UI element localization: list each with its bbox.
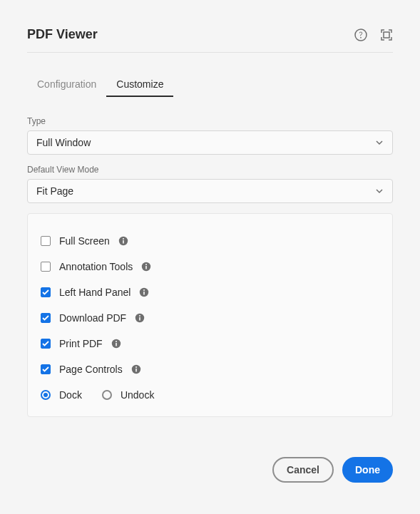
options-panel: Full Screen Annotation Tools Left Hand P… xyxy=(27,213,393,417)
svg-rect-12 xyxy=(139,317,140,321)
dialog-header: PDF Viewer xyxy=(27,27,393,53)
svg-rect-3 xyxy=(123,240,124,244)
label-full-screen: Full Screen xyxy=(59,235,110,247)
option-download-pdf: Download PDF xyxy=(41,305,379,331)
checkbox-print-pdf[interactable] xyxy=(41,339,51,349)
svg-point-13 xyxy=(139,315,140,317)
info-icon[interactable] xyxy=(135,313,145,323)
info-icon[interactable] xyxy=(131,364,141,374)
label-left-hand-panel: Left Hand Panel xyxy=(59,287,130,298)
chevron-down-icon xyxy=(375,138,384,147)
info-icon[interactable] xyxy=(118,236,128,246)
label-annotation-tools: Annotation Tools xyxy=(59,261,133,272)
checkbox-annotation-tools[interactable] xyxy=(41,262,51,272)
info-icon[interactable] xyxy=(111,339,121,349)
chevron-down-icon xyxy=(375,187,384,195)
cancel-button[interactable]: Cancel xyxy=(272,457,334,483)
checkbox-full-screen[interactable] xyxy=(41,236,51,246)
option-left-hand-panel: Left Hand Panel xyxy=(41,279,379,305)
svg-rect-9 xyxy=(144,292,145,295)
type-label: Type xyxy=(27,116,393,126)
info-icon[interactable] xyxy=(139,287,149,297)
label-dock: Dock xyxy=(59,389,82,401)
svg-point-7 xyxy=(145,264,147,265)
viewmode-value: Fit Page xyxy=(36,185,73,197)
viewmode-label: Default View Mode xyxy=(27,165,393,175)
dialog-title: PDF Viewer xyxy=(27,27,98,42)
svg-point-10 xyxy=(143,289,145,291)
radio-undock[interactable] xyxy=(102,390,112,400)
checkbox-download-pdf[interactable] xyxy=(41,313,51,323)
checkbox-left-hand-panel[interactable] xyxy=(41,287,51,297)
svg-rect-1 xyxy=(384,32,389,38)
help-icon[interactable] xyxy=(354,29,367,41)
tab-configuration[interactable]: Configuration xyxy=(27,73,106,97)
svg-point-19 xyxy=(135,366,137,368)
svg-rect-18 xyxy=(135,369,137,372)
label-undock: Undock xyxy=(121,389,154,401)
radio-dock[interactable] xyxy=(41,390,51,400)
fullscreen-icon[interactable] xyxy=(380,29,393,41)
svg-rect-6 xyxy=(145,266,147,269)
label-download-pdf: Download PDF xyxy=(59,312,126,324)
label-page-controls: Page Controls xyxy=(59,364,123,375)
svg-point-16 xyxy=(116,341,117,342)
option-page-controls: Page Controls xyxy=(41,356,379,382)
viewmode-select[interactable]: Fit Page xyxy=(27,179,393,203)
header-actions xyxy=(354,29,393,41)
dock-radio-group: Dock Undock xyxy=(41,389,379,401)
dialog-footer: Cancel Done xyxy=(27,457,393,483)
tabs: Configuration Customize xyxy=(27,73,393,98)
svg-point-4 xyxy=(123,238,124,240)
type-select[interactable]: Full Window xyxy=(27,130,393,155)
label-print-pdf: Print PDF xyxy=(59,338,103,349)
checkbox-page-controls[interactable] xyxy=(41,364,51,374)
type-value: Full Window xyxy=(36,137,91,148)
info-icon[interactable] xyxy=(141,262,151,272)
svg-rect-15 xyxy=(116,343,117,346)
option-annotation-tools: Annotation Tools xyxy=(41,254,379,279)
tab-customize[interactable]: Customize xyxy=(106,73,173,97)
option-full-screen: Full Screen xyxy=(41,228,379,254)
option-print-pdf: Print PDF xyxy=(41,331,379,356)
done-button[interactable]: Done xyxy=(342,457,393,483)
